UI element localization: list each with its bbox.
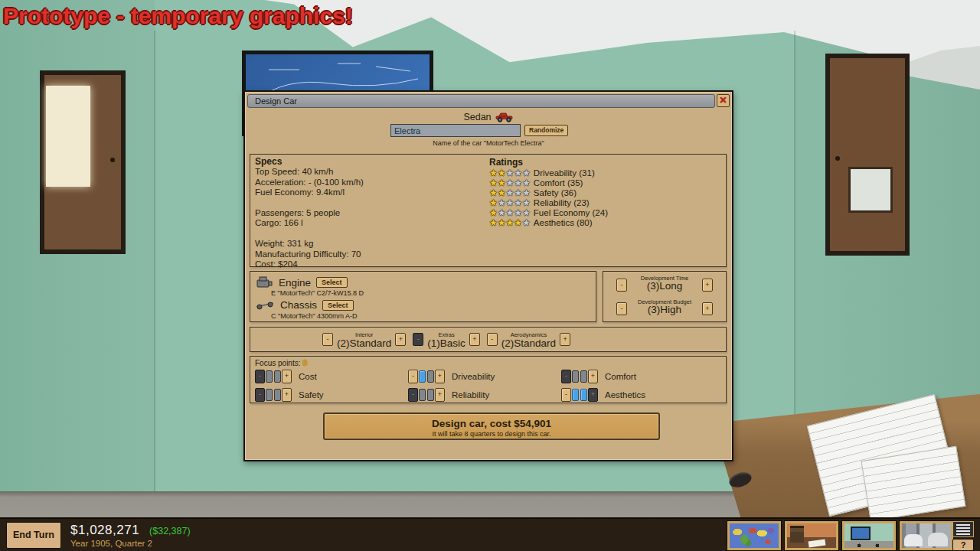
focus-driveability-decrease-button[interactable]: - xyxy=(408,370,418,383)
focus-reliability-decrease-button[interactable]: - xyxy=(408,388,418,402)
star-rating: ★★★★★ xyxy=(489,208,531,217)
aerodynamics-decrease-button[interactable]: - xyxy=(487,333,498,346)
spec-line: Fuel Economy: 9.4km/l xyxy=(255,187,364,197)
focus-reliability-increase-button[interactable]: + xyxy=(435,388,445,402)
design-room-thumbnail-button[interactable] xyxy=(842,521,896,550)
gold-star-icon: ★ xyxy=(514,217,522,228)
silver-star-icon: ★ xyxy=(514,178,522,188)
specs-section: Specs Top Speed: 40 km/hAcceleration: - … xyxy=(255,157,364,269)
development-panel: Development Time (3)Long - + Development… xyxy=(603,271,727,322)
interior-increase-button[interactable]: + xyxy=(395,333,406,346)
interior-decrease-button[interactable]: - xyxy=(322,333,333,346)
focus-cost-label: Cost xyxy=(299,372,317,381)
drivetrain-panel: Engine Select E "MotorTech" C2/7-kW15.8 … xyxy=(250,271,596,322)
rating-label: Driveability (31) xyxy=(534,168,595,178)
focus-driveability-control: -+Driveability xyxy=(408,369,561,383)
silver-star-icon: ★ xyxy=(514,197,522,208)
interior-value-block: Interior(2)Standard xyxy=(337,331,391,348)
aerodynamics-value-block: Aerodynamics(2)Standard xyxy=(501,331,556,348)
location-thumbnails xyxy=(727,521,953,550)
spec-line xyxy=(255,229,364,239)
focus-cost-increase-button[interactable]: + xyxy=(282,370,292,383)
engine-select-button[interactable]: Select xyxy=(316,277,348,288)
money-balance: $1,028,271 xyxy=(70,523,139,538)
gold-star-icon: ★ xyxy=(489,217,498,228)
close-icon: ✕ xyxy=(719,95,727,106)
rating-label: Safety (36) xyxy=(534,188,577,197)
focus-aesthetics-increase-button[interactable]: + xyxy=(588,388,598,402)
menu-button[interactable] xyxy=(952,521,974,537)
gold-star-icon: ★ xyxy=(489,178,498,188)
focus-driveability-level-bar xyxy=(427,370,434,383)
spec-line: Acceleration: - (0-100 km/h) xyxy=(255,178,364,187)
car-name-input[interactable] xyxy=(390,124,521,137)
focus-points-panel: Focus points: 0 -+Cost-+Driveability-+Co… xyxy=(250,356,727,403)
bottom-hud-bar: End Turn $1,028,271 ($32,387) Year 1905,… xyxy=(0,517,980,551)
design-car-dialog: Design Car ✕ Sedan Randomize Name of the… xyxy=(243,90,733,461)
development-budget-increase-button[interactable]: + xyxy=(702,302,713,315)
focus-cost-level-bar xyxy=(266,370,273,383)
dialog-titlebar[interactable]: Design Car xyxy=(247,94,715,108)
focus-safety-level-bar xyxy=(274,389,281,401)
aerodynamics-increase-button[interactable]: + xyxy=(560,333,570,346)
development-time-stepper: Development Time (3)Long - + xyxy=(603,273,726,298)
focus-aesthetics-decrease-button[interactable]: - xyxy=(561,388,571,402)
right-door xyxy=(825,54,910,256)
ratings-list: ★★★★★Driveability (31)★★★★★Comfort (35)★… xyxy=(489,168,608,227)
gold-star-icon: ★ xyxy=(498,187,506,198)
spec-line: Cargo: 166 l xyxy=(255,218,364,228)
focus-reliability-label: Reliability xyxy=(452,390,489,399)
help-button[interactable]: ? xyxy=(952,539,974,551)
focus-aesthetics-control: -+Aesthetics xyxy=(561,387,722,402)
randomize-button[interactable]: Randomize xyxy=(524,125,568,136)
focus-points-heading: Focus points: 0 xyxy=(255,358,307,367)
focus-comfort-decrease-button[interactable]: - xyxy=(561,370,571,383)
specs-lines: Top Speed: 40 km/hAcceleration: - (0-100… xyxy=(255,167,364,269)
chassis-select-button[interactable]: Select xyxy=(322,300,354,311)
end-turn-button[interactable]: End Turn xyxy=(6,522,61,549)
silver-star-icon: ★ xyxy=(522,197,531,208)
development-budget-decrease-button[interactable]: - xyxy=(616,302,627,315)
specs-ratings-panel: Specs Top Speed: 40 km/hAcceleration: - … xyxy=(250,154,727,267)
focus-comfort-label: Comfort xyxy=(605,372,636,381)
focus-safety-increase-button[interactable]: + xyxy=(282,388,292,402)
aerodynamics-stepper: -Aerodynamics(2)Standard+ xyxy=(487,331,570,348)
world-map-thumbnail-button[interactable] xyxy=(727,521,781,550)
focus-reliability-level-bar xyxy=(427,389,434,401)
spec-line: Cost: $204 xyxy=(255,259,364,269)
door-window xyxy=(848,167,893,213)
gold-star-icon: ★ xyxy=(489,207,498,218)
wall-corner-seam xyxy=(154,31,155,520)
rating-label: Comfort (35) xyxy=(534,178,583,187)
office-thumbnail-button[interactable] xyxy=(785,521,838,550)
door-knob-icon xyxy=(110,158,115,162)
focus-safety-decrease-button[interactable]: - xyxy=(255,388,265,402)
game-date: Year 1905, Quarter 2 xyxy=(70,539,152,548)
rating-label: Aesthetics (80) xyxy=(534,218,593,227)
star-rating: ★★★★★ xyxy=(489,188,531,197)
development-budget-stepper: Development Budget (3)High - + xyxy=(603,297,726,321)
development-time-increase-button[interactable]: + xyxy=(702,279,713,292)
extras-increase-button[interactable]: + xyxy=(469,333,480,346)
spec-line xyxy=(255,198,364,208)
development-time-decrease-button[interactable]: - xyxy=(616,279,627,292)
extras-decrease-button[interactable]: - xyxy=(413,333,423,346)
focus-cost-decrease-button[interactable]: - xyxy=(255,370,265,383)
design-car-button[interactable]: Design car, cost $54,901 It will take 8 … xyxy=(323,412,660,440)
silver-star-icon: ★ xyxy=(514,187,522,198)
focus-driveability-increase-button[interactable]: + xyxy=(435,370,445,383)
chassis-label: Chassis xyxy=(280,299,317,311)
close-button[interactable]: ✕ xyxy=(717,94,730,107)
door-knob-icon xyxy=(835,156,840,161)
silver-star-icon: ★ xyxy=(522,168,531,178)
prototype-banner: Prototype - temporary graphics! xyxy=(3,3,353,29)
focus-cost-control: -+Cost xyxy=(255,369,408,383)
factory-thumbnail-button[interactable] xyxy=(900,521,953,550)
gold-star-icon: ★ xyxy=(506,217,514,228)
spec-line: Weight: 331 kg xyxy=(255,239,364,249)
aerodynamics-value: (2)Standard xyxy=(501,338,556,348)
left-door xyxy=(40,70,126,254)
silver-star-icon: ★ xyxy=(506,178,514,188)
focus-comfort-increase-button[interactable]: + xyxy=(588,370,598,383)
design-room-icon xyxy=(844,523,893,548)
